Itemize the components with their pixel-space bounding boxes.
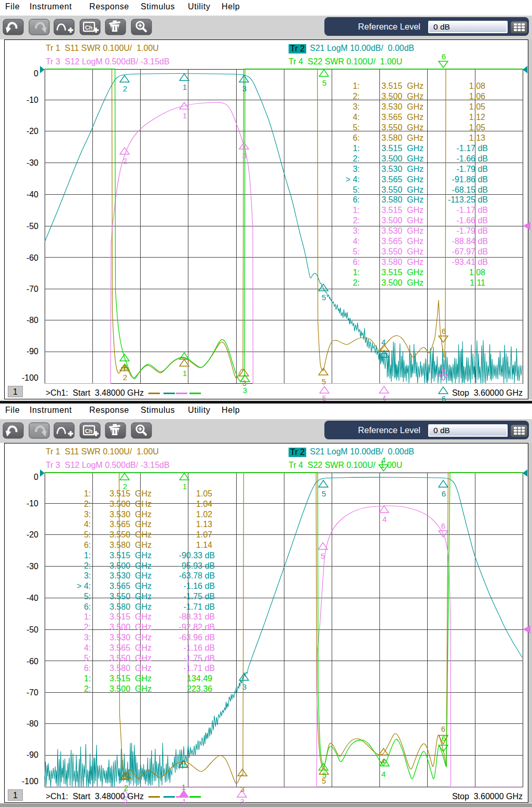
svg-text:-100: -100 — [22, 777, 38, 786]
svg-text:-100: -100 — [22, 373, 38, 382]
svg-text:2: 2 — [124, 783, 128, 792]
svg-text:4: 4 — [382, 394, 386, 402]
svg-text:3: 3 — [240, 797, 244, 806]
svg-text:1: 1 — [182, 797, 186, 806]
svg-text:0: 0 — [34, 473, 38, 481]
svg-text:-80: -80 — [26, 316, 38, 325]
svg-text:4: 4 — [381, 770, 386, 778]
svg-text:4: 4 — [381, 455, 386, 464]
svg-text:6: 6 — [441, 365, 445, 374]
svg-text:3: 3 — [243, 386, 247, 395]
svg-text:5: 5 — [322, 394, 326, 402]
svg-text:1: 1 — [182, 783, 186, 791]
svg-text:6: 6 — [442, 394, 446, 403]
svg-text:6: 6 — [442, 734, 446, 743]
svg-text:-80: -80 — [26, 719, 38, 728]
svg-text:-90: -90 — [26, 750, 38, 759]
svg-text:3: 3 — [240, 785, 244, 793]
svg-text:5: 5 — [322, 377, 326, 386]
svg-text:2: 2 — [123, 362, 127, 371]
svg-text:-90: -90 — [26, 347, 38, 356]
svg-text:5: 5 — [322, 293, 326, 302]
svg-text:2: 2 — [123, 373, 127, 382]
svg-text:6: 6 — [442, 52, 446, 61]
svg-text:1: 1 — [183, 369, 187, 378]
svg-text:6: 6 — [441, 724, 445, 733]
svg-text:6: 6 — [442, 327, 446, 335]
svg-text:5: 5 — [322, 771, 326, 779]
svg-text:0: 0 — [34, 69, 38, 78]
